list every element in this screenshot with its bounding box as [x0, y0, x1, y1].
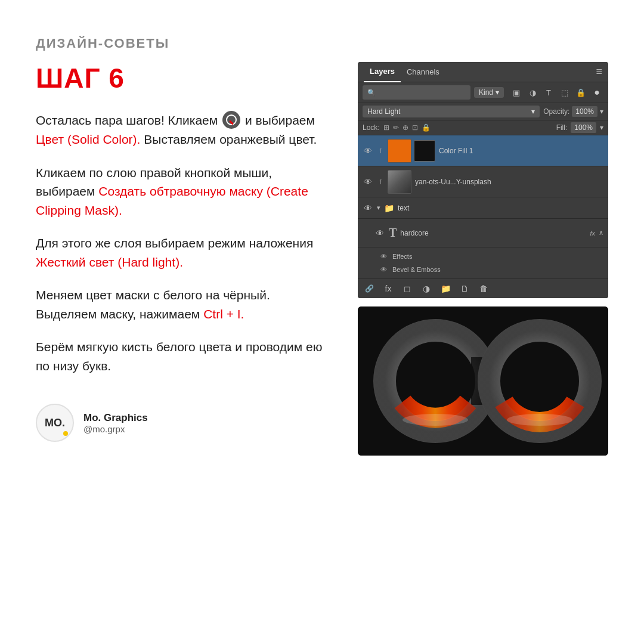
- filter-circle-icon[interactable]: ●: [590, 86, 603, 99]
- lock-checkerboard-icon[interactable]: ⊞: [383, 123, 389, 132]
- panel-menu-icon[interactable]: ≡: [596, 66, 602, 78]
- filter-smart-icon[interactable]: 🔒: [574, 86, 587, 99]
- paragraph-2: Кликаем по слою правой кнопкой мыши, выб…: [36, 163, 334, 220]
- tab-channels[interactable]: Channels: [401, 62, 445, 82]
- link-layers-icon[interactable]: 🔗: [363, 282, 376, 295]
- lock-brush-icon[interactable]: ✏: [393, 123, 399, 132]
- layer-row-image[interactable]: 👁 f yan-ots-Uu...Y-unsplash: [358, 166, 608, 197]
- visibility-icon-layer1[interactable]: 👁: [363, 145, 373, 156]
- logo: MO.: [36, 404, 74, 442]
- p3-highlight: Жесткий свет (Hard light).: [36, 255, 183, 269]
- tab-layers[interactable]: Layers: [364, 62, 401, 82]
- p1-text-before: Осталась пара шагов! Кликаем: [36, 113, 221, 127]
- layer-thumb-2: [388, 170, 411, 194]
- effects-item-main: 👁 Effects: [379, 250, 603, 263]
- add-mask-icon[interactable]: ◻: [401, 282, 414, 295]
- lock-label: Lock:: [363, 123, 380, 132]
- visibility-icon-layer3[interactable]: 👁: [363, 203, 373, 213]
- layer-name-4: hardcore: [400, 229, 586, 237]
- right-column: Layers Channels ≡ 🔍 Kind ▾: [358, 62, 608, 614]
- filter-shape-icon[interactable]: ⬚: [558, 86, 571, 99]
- layer-mask-1: [414, 140, 435, 162]
- add-style-icon[interactable]: fx: [382, 282, 395, 295]
- p4-highlight: Ctrl + I.: [203, 307, 244, 321]
- opacity-label: Opacity:: [543, 107, 569, 116]
- ps-search-row: 🔍 Kind ▾ ▣ ◑ T ⬚ 🔒 ●: [358, 82, 608, 103]
- lock-move-icon[interactable]: ⊕: [402, 123, 408, 132]
- layer-thumb-wrapper-2: [388, 170, 411, 194]
- logo-dot: [63, 431, 68, 436]
- solid-color-icon: [222, 111, 240, 129]
- lock-artboard-icon[interactable]: ⊡: [412, 123, 418, 132]
- ps-bottom-bar: 🔗 fx ◻ ◑ 📁 🗋 🗑: [358, 278, 608, 298]
- filter-type-icon[interactable]: T: [542, 86, 555, 99]
- p1-text-mid: и выбираем: [245, 113, 315, 127]
- ps-tab-bar: Layers Channels ≡: [358, 62, 608, 82]
- page: ДИЗАЙН-СОВЕТЫ ШАГ 6 Осталась пара шагов!…: [0, 0, 644, 644]
- ps-layers-panel: Layers Channels ≡ 🔍 Kind ▾: [358, 62, 608, 298]
- lock-all-icon[interactable]: 🔒: [422, 123, 431, 132]
- main-content: ШАГ 6 Осталась пара шагов! Кликаем и выб…: [36, 62, 608, 614]
- layer-link-icon-1: f: [377, 147, 384, 154]
- fill-row: Fill: 100% ▾: [556, 122, 603, 133]
- paragraph-5: Берём мягкую кисть белого цвета и провод…: [36, 338, 334, 375]
- left-column: ШАГ 6 Осталась пара шагов! Кликаем и выб…: [36, 62, 334, 614]
- chevron-down-icon: ▾: [496, 88, 499, 97]
- footer-info: Mo. Graphics @mo.grpx: [83, 412, 148, 434]
- opacity-value[interactable]: 100%: [572, 106, 597, 117]
- chevron-right-icon: ▾: [377, 204, 380, 212]
- p1-highlight: Цвет (Solid Color).: [36, 132, 140, 146]
- type-icon: T: [389, 226, 397, 240]
- visibility-icon-layer2[interactable]: 👁: [363, 177, 373, 187]
- layer-row-color-fill[interactable]: 👁 f Color Fill 1: [358, 135, 608, 166]
- footer-name: Mo. Graphics: [83, 412, 148, 424]
- layer-name-3: text: [398, 204, 603, 212]
- effect-visibility-icon[interactable]: 👁: [379, 252, 388, 261]
- layer-thumb-wrapper-1: [388, 139, 435, 163]
- filter-pixel-icon[interactable]: ▣: [510, 86, 523, 99]
- paragraph-4: Меняем цвет маски с белого на чёрный. Вы…: [36, 286, 334, 323]
- footer: MO. Mo. Graphics @mo.grpx: [36, 404, 334, 442]
- fill-value[interactable]: 100%: [571, 122, 596, 133]
- ps-kind-dropdown[interactable]: Kind ▾: [474, 87, 504, 98]
- visibility-icon-layer4[interactable]: 👁: [374, 228, 385, 239]
- chevron-down-icon: ▾: [531, 107, 535, 116]
- preview-svg: [358, 306, 608, 456]
- fill-label: Fill:: [556, 123, 568, 132]
- opacity-row: Opacity: 100% ▾: [543, 106, 603, 117]
- logo-text: MO.: [45, 417, 65, 429]
- layer-thumb-1: [388, 139, 411, 163]
- fx-label: fx: [590, 230, 595, 237]
- paragraph-1: Осталась пара шагов! Кликаем и выбираем …: [36, 111, 334, 149]
- effect-bevel-visibility-icon[interactable]: 👁: [379, 265, 388, 274]
- layer-row-text-folder[interactable]: 👁 ▾ 📁 text: [358, 197, 608, 218]
- lock-icons: ⊞ ✏ ⊕ ⊡ 🔒: [383, 123, 431, 132]
- fill-chevron: ▾: [600, 123, 603, 132]
- ps-lock-row: Lock: ⊞ ✏ ⊕ ⊡ 🔒 Fill: 100% ▾: [358, 120, 608, 135]
- header-label: ДИЗАЙН-СОВЕТЫ: [36, 36, 608, 51]
- layer-name-2: yan-ots-Uu...Y-unsplash: [415, 178, 603, 186]
- new-layer-icon[interactable]: 🗋: [458, 282, 471, 295]
- effects-label: Effects: [392, 253, 412, 260]
- preview-image: [358, 306, 608, 456]
- folder-icon: 📁: [384, 203, 394, 213]
- paragraph-3: Для этого же слоя выбираем режим наложен…: [36, 234, 334, 271]
- footer-handle: @mo.grpx: [83, 424, 148, 434]
- ps-layers-list: 👁 f Color Fill 1 👁 f: [358, 135, 608, 278]
- search-icon: 🔍: [367, 89, 376, 97]
- opacity-chevron: ▾: [600, 107, 603, 116]
- p3-text-before: Для этого же слоя выбираем режим наложен…: [36, 236, 313, 250]
- layer-row-hardcore[interactable]: 👁 T hardcore fx ∧: [358, 218, 608, 247]
- effects-item-bevel: 👁 Bevel & Emboss: [379, 263, 603, 276]
- layer-link-icon-2: f: [377, 178, 384, 185]
- blend-mode-dropdown[interactable]: Hard Light ▾: [363, 106, 540, 117]
- p1-text-end: Выставляем оранжевый цвет.: [144, 132, 317, 146]
- filter-adjust-icon[interactable]: ◑: [526, 86, 539, 99]
- step-title: ШАГ 6: [36, 62, 334, 94]
- ps-search-box[interactable]: 🔍: [363, 85, 470, 100]
- new-adjustment-icon[interactable]: ◑: [420, 282, 433, 295]
- bevel-emboss-label: Bevel & Emboss: [392, 266, 441, 273]
- new-group-icon[interactable]: 📁: [439, 282, 452, 295]
- svg-point-6: [402, 414, 468, 426]
- delete-layer-icon[interactable]: 🗑: [477, 282, 490, 295]
